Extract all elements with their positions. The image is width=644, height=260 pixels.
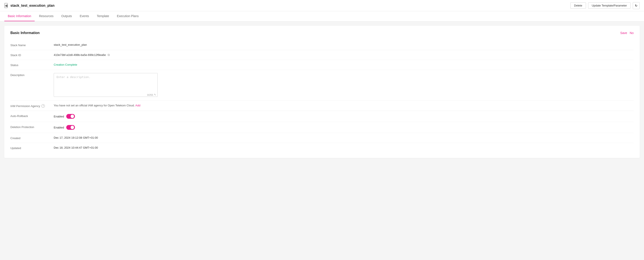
- description-textarea[interactable]: [54, 73, 158, 97]
- stack-id-value: 410e73bf-a1b8-498b-ba5e-699c12f9ea6e ⧉: [54, 53, 634, 57]
- deletion-protection-value: Enabled: [54, 125, 634, 130]
- main-content: Basic Information Save No Stack Name sta…: [0, 22, 644, 260]
- status-row: Status Creation Complete: [10, 60, 634, 70]
- stack-name-label: Stack Name: [10, 43, 54, 47]
- auto-rollback-row: Auto-Rollback Enabled: [10, 111, 634, 122]
- tab-resources[interactable]: Resources: [36, 11, 57, 21]
- tab-outputs[interactable]: Outputs: [58, 11, 75, 21]
- tab-template[interactable]: Template: [93, 11, 112, 21]
- status-label: Status: [10, 63, 54, 67]
- copy-icon[interactable]: ⧉: [108, 53, 110, 57]
- card-actions: Save No: [620, 31, 634, 35]
- card-title: Basic Information: [10, 31, 40, 35]
- updated-label: Updated: [10, 146, 54, 150]
- refresh-icon: ↻: [635, 4, 638, 7]
- iam-label: IAM Permission Agency ?: [10, 104, 54, 108]
- stack-id-text: 410e73bf-a1b8-498b-ba5e-699c12f9ea6e: [54, 53, 106, 57]
- status-value: Creation Complete: [54, 63, 634, 66]
- header-actions: Delete Update Template/Parameter ↻: [570, 2, 640, 9]
- status-text: Creation Complete: [54, 63, 77, 66]
- no-link[interactable]: No: [630, 31, 634, 35]
- deletion-protection-label: Deletion Protection: [10, 125, 54, 129]
- tab-events[interactable]: Events: [76, 11, 92, 21]
- auto-rollback-toggle[interactable]: [66, 114, 75, 119]
- stack-name-row: Stack Name stack_test_execution_plan: [10, 40, 634, 50]
- update-template-button[interactable]: Update Template/Parameter: [588, 3, 630, 9]
- tab-execution-plans[interactable]: Execution Plans: [114, 11, 142, 21]
- created-row: Created Dec 17, 2024 19:12:08 GMT+01:00: [10, 133, 634, 143]
- back-icon: ◀: [5, 4, 7, 8]
- iam-value: You have not set an official IAM agency …: [54, 104, 634, 107]
- updated-row: Updated Dec 18, 2024 10:44:47 GMT+01:00: [10, 143, 634, 153]
- description-label: Description: [10, 73, 54, 77]
- deletion-protection-row: Deletion Protection Enabled: [10, 122, 634, 133]
- card-header: Basic Information Save No: [10, 31, 634, 35]
- iam-help-icon[interactable]: ?: [41, 104, 45, 108]
- stack-id-label: Stack ID: [10, 53, 54, 57]
- stack-id-row: Stack ID 410e73bf-a1b8-498b-ba5e-699c12f…: [10, 50, 634, 60]
- save-link[interactable]: Save: [620, 31, 627, 35]
- description-row: Description 0/255 ✎: [10, 70, 634, 101]
- tab-basic-information[interactable]: Basic Information: [4, 11, 35, 21]
- auto-rollback-enabled-label: Enabled: [54, 115, 64, 118]
- page-title: stack_test_execution_plan: [10, 4, 570, 8]
- created-value: Dec 17, 2024 19:12:08 GMT+01:00: [54, 136, 634, 139]
- edit-icon: ✎: [154, 93, 156, 96]
- char-count: 0/255 ✎: [147, 93, 156, 96]
- iam-add-link[interactable]: Add: [135, 104, 140, 107]
- stack-name-value: stack_test_execution_plan: [54, 43, 634, 46]
- iam-row: IAM Permission Agency ? You have not set…: [10, 101, 634, 111]
- header: ◀ stack_test_execution_plan Delete Updat…: [0, 0, 644, 11]
- refresh-button[interactable]: ↻: [633, 2, 640, 9]
- iam-text: You have not set an official IAM agency …: [54, 104, 135, 107]
- tabs-bar: Basic Information Resources Outputs Even…: [0, 11, 644, 22]
- auto-rollback-value: Enabled: [54, 114, 634, 119]
- basic-information-card: Basic Information Save No Stack Name sta…: [4, 26, 640, 158]
- description-field-wrapper: 0/255 ✎: [54, 73, 634, 98]
- updated-value: Dec 18, 2024 10:44:47 GMT+01:00: [54, 146, 634, 149]
- delete-button[interactable]: Delete: [570, 3, 586, 9]
- deletion-protection-enabled-label: Enabled: [54, 126, 64, 129]
- back-button[interactable]: ◀: [4, 3, 8, 8]
- deletion-protection-toggle[interactable]: [66, 125, 75, 130]
- auto-rollback-label: Auto-Rollback: [10, 114, 54, 118]
- created-label: Created: [10, 136, 54, 140]
